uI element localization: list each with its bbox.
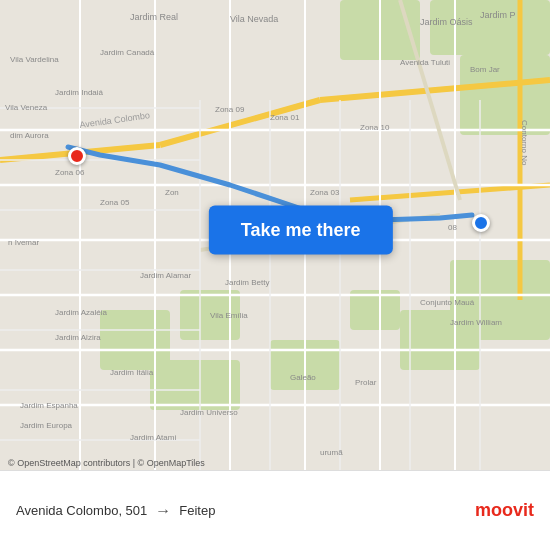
svg-text:Jardim Itália: Jardim Itália xyxy=(110,368,154,377)
svg-text:Jardim Betty: Jardim Betty xyxy=(225,278,269,287)
svg-text:Conjunto Mauá: Conjunto Mauá xyxy=(420,298,475,307)
moovit-logo-text: moovit xyxy=(475,500,534,521)
svg-text:Jardim Alamar: Jardim Alamar xyxy=(140,271,191,280)
svg-text:Jardim Europa: Jardim Europa xyxy=(20,421,73,430)
svg-text:Vila Veneza: Vila Veneza xyxy=(5,103,48,112)
bottom-bar: Avenida Colombo, 501 → Feitep moovit xyxy=(0,470,550,550)
svg-text:Jardim P: Jardim P xyxy=(480,10,516,20)
map-container: Jardim Real Vila Nevada Jardim Oásis Jar… xyxy=(0,0,550,470)
svg-text:Jardim Indaiá: Jardim Indaiá xyxy=(55,88,104,97)
moovit-logo: moovit xyxy=(475,500,534,521)
svg-text:Zona 09: Zona 09 xyxy=(215,105,245,114)
svg-text:Jardim Alzira: Jardim Alzira xyxy=(55,333,101,342)
svg-text:n Ivemar: n Ivemar xyxy=(8,238,39,247)
route-info: Avenida Colombo, 501 → Feitep xyxy=(16,502,475,520)
svg-text:dim Aurora: dim Aurora xyxy=(10,131,49,140)
svg-text:Galeão: Galeão xyxy=(290,373,316,382)
svg-text:Vila Nevada: Vila Nevada xyxy=(230,14,278,24)
svg-text:Contorno No: Contorno No xyxy=(520,120,529,166)
svg-text:urumã: urumã xyxy=(320,448,343,457)
svg-text:Vila Vardelina: Vila Vardelina xyxy=(10,55,59,64)
destination-marker xyxy=(472,214,490,232)
destination-text: Feitep xyxy=(179,503,215,518)
svg-text:Jardim Real: Jardim Real xyxy=(130,12,178,22)
svg-text:Zona 01: Zona 01 xyxy=(270,113,300,122)
arrow-icon: → xyxy=(155,502,171,520)
svg-text:Zona 03: Zona 03 xyxy=(310,188,340,197)
svg-text:Prolar: Prolar xyxy=(355,378,377,387)
svg-text:Vila Emília: Vila Emília xyxy=(210,311,248,320)
svg-text:Jardim Canadá: Jardim Canadá xyxy=(100,48,155,57)
svg-text:Jardim William: Jardim William xyxy=(450,318,502,327)
svg-text:Zona 05: Zona 05 xyxy=(100,198,130,207)
svg-text:08: 08 xyxy=(448,223,457,232)
svg-text:Bom Jar: Bom Jar xyxy=(470,65,500,74)
origin-marker xyxy=(68,147,86,165)
svg-text:Avenida Tuluti: Avenida Tuluti xyxy=(400,58,450,67)
origin-text: Avenida Colombo, 501 xyxy=(16,503,147,518)
svg-text:Jardim Espanha: Jardim Espanha xyxy=(20,401,78,410)
svg-text:Zona 10: Zona 10 xyxy=(360,123,390,132)
svg-text:Jardim Universo: Jardim Universo xyxy=(180,408,238,417)
copyright-text: © OpenStreetMap contributors | © OpenMap… xyxy=(8,458,205,468)
svg-text:Zona 06: Zona 06 xyxy=(55,168,85,177)
svg-rect-2 xyxy=(430,0,550,55)
svg-text:Zon: Zon xyxy=(165,188,179,197)
take-me-there-button[interactable]: Take me there xyxy=(209,206,393,255)
svg-rect-6 xyxy=(150,360,240,410)
svg-text:Jardim Oásis: Jardim Oásis xyxy=(420,17,473,27)
svg-text:Jardim Azaléia: Jardim Azaléia xyxy=(55,308,108,317)
svg-text:Jardim Atami: Jardim Atami xyxy=(130,433,176,442)
